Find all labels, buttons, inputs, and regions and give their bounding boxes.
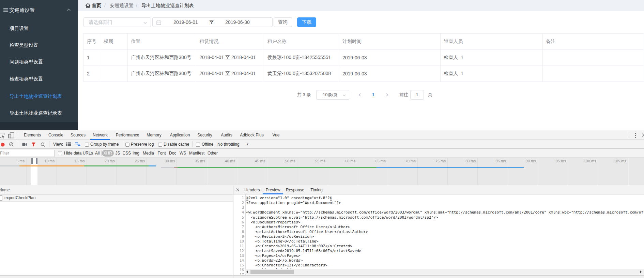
sidebar-item-export-check-record[interactable]: 导出土地物业巡查记录表 xyxy=(0,105,78,121)
filter-type-xhr[interactable]: XHR xyxy=(102,150,114,157)
department-select[interactable]: 请选择部门 xyxy=(83,17,151,27)
filter-type-all[interactable]: All xyxy=(93,150,101,157)
request-list-header[interactable]: Name xyxy=(0,186,233,194)
download-button[interactable]: 下载 xyxy=(297,17,316,27)
tab-headers[interactable]: Headers xyxy=(244,186,260,194)
filter-type-ws[interactable]: WS xyxy=(178,150,188,157)
preserve-log-checkbox[interactable] xyxy=(125,143,129,147)
tab-application[interactable]: Application xyxy=(170,131,190,140)
table-row[interactable]: 1 广州市天河区林和西路300号 2018-04-01 至 2018-04-01… xyxy=(83,50,644,66)
sidebar-item-export-check-plan[interactable]: 导出土地物业巡查计划表 xyxy=(0,88,78,104)
close-detail-icon[interactable] xyxy=(236,188,239,191)
tab-sources[interactable]: Sources xyxy=(71,131,86,140)
filter-type-img[interactable]: Img xyxy=(131,150,141,157)
col-lease[interactable]: 租赁情况 xyxy=(196,34,264,50)
date-end-input[interactable]: 2019-06-30 xyxy=(215,18,260,27)
filter-type-manifest[interactable]: Manifest xyxy=(187,150,206,157)
scroll-right-arrow-icon[interactable] xyxy=(640,270,642,273)
col-tenant[interactable]: 租户名称 xyxy=(264,34,339,50)
show-overview-icon[interactable] xyxy=(75,142,81,146)
filter-type-font[interactable]: Font xyxy=(156,150,168,157)
overview-gridline xyxy=(417,158,418,185)
tab-elements[interactable]: Elements xyxy=(24,131,41,140)
tab-network[interactable]: Network xyxy=(93,131,108,140)
offline-checkbox[interactable] xyxy=(196,143,200,147)
search-icon[interactable] xyxy=(41,142,45,147)
name-column-header[interactable]: Name xyxy=(0,186,10,194)
disable-cache-checkbox[interactable] xyxy=(158,143,162,147)
hide-data-urls-checkbox[interactable] xyxy=(58,151,62,155)
network-overview-timeline[interactable]: 5 ms 10 ms 15 ms 20 ms 25 ms 30 ms 35 ms… xyxy=(0,158,644,185)
throttling-select[interactable]: No throttling xyxy=(217,140,240,149)
overview-gridline xyxy=(177,158,177,185)
overview-tick-label: 45 ms xyxy=(241,159,265,163)
tab-vue[interactable]: Vue xyxy=(273,131,280,140)
query-button[interactable]: 查询 xyxy=(274,17,292,27)
overview-left-grip[interactable] xyxy=(31,158,33,164)
sidebar-item-check-item-type-settings[interactable]: 检查项类型设置 xyxy=(0,71,78,87)
col-seq[interactable]: 序号 xyxy=(83,34,100,50)
col-plan-time[interactable]: 计划时间 xyxy=(339,34,441,50)
sidebar-menu-header[interactable]: 安巡通设置 xyxy=(0,5,78,16)
col-inspector[interactable]: 巡查人员 xyxy=(440,34,542,50)
tab-timing[interactable]: Timing xyxy=(310,186,323,194)
devtools-menu-icon[interactable] xyxy=(635,133,636,139)
tab-performance[interactable]: Performance xyxy=(116,131,139,140)
sidebar-item-problem-type-settings[interactable]: 问题项类型设置 xyxy=(0,54,78,70)
filter-type-other[interactable]: Other xyxy=(206,150,219,157)
code-text: ?xml version="1.0" encoding="utf-8"? xyxy=(248,196,329,200)
toggle-device-toolbar-icon[interactable] xyxy=(8,132,14,138)
goto-page-input[interactable]: 1 xyxy=(410,90,424,100)
breadcrumb-home[interactable]: 首页 xyxy=(92,0,101,11)
date-range-picker[interactable]: 2019-06-01 至 2019-06-30 xyxy=(152,17,273,27)
inspect-element-icon[interactable] xyxy=(0,132,5,138)
filter-type-js[interactable]: JS xyxy=(114,150,122,157)
filter-input[interactable]: Filter xyxy=(0,150,55,157)
col-location[interactable]: 位置 xyxy=(127,34,196,50)
col-ownership[interactable]: 权属 xyxy=(100,34,128,50)
scrollbar-thumb[interactable] xyxy=(250,270,294,274)
breadcrumb-item-settings[interactable]: 安巡通设置 xyxy=(110,0,134,11)
overview-right-grip[interactable] xyxy=(36,158,37,164)
date-start-input[interactable]: 2019-06-01 xyxy=(164,18,208,27)
clear-network-log-icon[interactable] xyxy=(9,142,13,146)
tab-memory[interactable]: Memory xyxy=(147,131,161,140)
sidebar-item-project-settings[interactable]: 项目设置 xyxy=(0,20,78,36)
current-page[interactable]: 1 xyxy=(372,90,374,100)
overview-tick-label: 25 ms xyxy=(120,159,145,163)
network-toolbar: View: Group by frame Preserve log Disabl… xyxy=(0,140,644,149)
prev-page-icon[interactable] xyxy=(358,90,362,100)
tab-response[interactable]: Response xyxy=(286,186,304,194)
code-line: <?mso-application progid="Word.Document"… xyxy=(246,201,341,205)
request-bar-queueing xyxy=(0,165,19,166)
tab-security[interactable]: Security xyxy=(197,131,212,140)
horizontal-scrollbar[interactable] xyxy=(245,269,644,275)
overview-gridline xyxy=(207,158,207,185)
scroll-left-arrow-icon[interactable] xyxy=(246,270,248,273)
plan-table: 序号 权属 位置 租赁情况 租户名称 计划时间 巡查人员 备注 1 广州市天河区… xyxy=(83,33,644,82)
use-request-rows-icon[interactable] xyxy=(66,142,71,146)
sidebar-item-check-type-settings[interactable]: 检查类型设置 xyxy=(0,37,78,53)
filter-type-doc[interactable]: Doc xyxy=(167,150,178,157)
record-network-log-icon[interactable] xyxy=(1,143,5,147)
code-line: <o:LastSaved>2019-05-14T11:08:00Z</o:Las… xyxy=(246,249,362,253)
filter-type-media[interactable]: Media xyxy=(141,150,156,157)
tab-adblock-plus[interactable]: Adblock Plus xyxy=(240,131,263,140)
response-preview-code[interactable]: 1 <?xml version="1.0" encoding="utf-8"?>… xyxy=(233,194,644,275)
tab-audits[interactable]: Audits xyxy=(221,131,232,140)
capture-screenshots-icon[interactable] xyxy=(22,143,27,146)
next-page-icon[interactable] xyxy=(385,90,389,100)
toolbar-separator xyxy=(18,141,18,147)
tab-console[interactable]: Console xyxy=(48,131,63,140)
overview-selection-window[interactable] xyxy=(31,158,37,185)
filter-icon[interactable] xyxy=(31,142,36,147)
page-size-select[interactable]: 10条/页 xyxy=(316,90,349,100)
request-row[interactable]: exportCheckPlan xyxy=(0,194,233,202)
line-number: 11 xyxy=(233,244,244,249)
group-by-frame-checkbox[interactable] xyxy=(85,143,89,147)
table-row[interactable]: 2 广州市天河区林和西路300号 2018-04-01 至 2018-04-01… xyxy=(83,66,644,82)
overview-tick-label: 20 ms xyxy=(90,159,115,163)
col-remark[interactable]: 备注 xyxy=(542,34,644,50)
devtools-close-icon[interactable] xyxy=(642,133,644,137)
code-line: <w:wordDocument xmlns:w="http://schemas.… xyxy=(246,210,644,215)
